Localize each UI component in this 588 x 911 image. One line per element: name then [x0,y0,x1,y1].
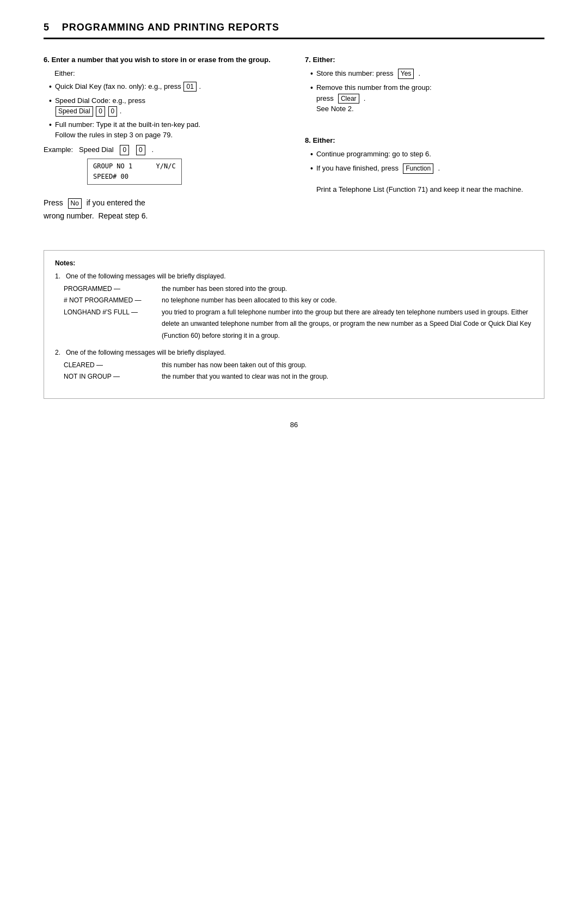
note-2-keys: CLEARED — NOT IN GROUP — [64,360,162,383]
right-column: 7. Either: • Store this number: press Ye… [305,56,544,234]
page-header: 5 PROGRAMMING AND PRINTING REPORTS [44,22,544,39]
key-yes: Yes [398,69,414,79]
step-6-bullet-1-text: Quick Dial Key (fax no. only): e.g., pre… [55,81,201,92]
key-0b: 0 [108,106,118,117]
note-2-values: this number has now been taken out of th… [162,360,533,383]
step-7-section: 7. Either: • Store this number: press Ye… [305,56,544,114]
bullet-icon-8a: • [310,149,313,160]
bullet-icon-7a: • [310,68,313,80]
step-6-label: 6. Enter a number that you wish to store… [44,56,271,64]
lcd-line-1: GROUP NO 1 Y/N/C [93,161,176,172]
step-7-remove-text: Remove this number from the group: press… [316,82,432,114]
key-0a: 0 [96,106,105,117]
note-2-key-2: NOT IN GROUP — [64,371,162,383]
bullet-icon-2: • [49,95,52,107]
note-2-table: CLEARED — NOT IN GROUP — this number has… [64,360,533,383]
step-7-bullet-1: • Store this number: press Yes . [310,68,544,80]
note-1-value-1: the number has been stored into the grou… [162,283,533,295]
step-8-finish-text: If you have finished, press Function . P… [316,163,523,195]
note-1-key-2: # NOT PROGRAMMED — [64,295,162,307]
lcd-line-2: SPEED# 00 [93,172,176,182]
key-speed-dial-label: Speed Dial [56,106,93,117]
press-no-line: Press No if you entered the wrong number… [44,197,283,223]
key-01: 01 [183,82,196,92]
note-2-value-2: the number that you wanted to clear was … [162,371,533,383]
note-1-text: One of the following messages will be br… [66,272,225,280]
page-number: 86 [44,421,544,429]
notes-box: Notes: 1. One of the following messages … [44,250,544,399]
key-clear: Clear [338,94,359,104]
example-line: Example: Speed Dial 0 0 . [44,145,283,155]
left-column: 6. Enter a number that you wish to store… [44,56,283,234]
page: 5 PROGRAMMING AND PRINTING REPORTS 6. En… [0,0,588,911]
step-6-bullet-3: • Full number: Type it at the built-in t… [49,119,283,141]
bullet-icon-8b: • [310,163,313,174]
note-1-key-1: PROGRAMMED — [64,283,162,295]
step-6-bullet-2: • Speed Dial Code: e.g., press Speed Dia… [49,95,283,117]
chapter-title: PROGRAMMING AND PRINTING REPORTS [62,22,279,33]
step-7-heading: 7. Either: [305,56,544,64]
note-2-number: 2. [55,349,64,356]
step-8-continue-text: Continue programming: go to step 6. [316,149,431,160]
step-6-section: 6. Enter a number that you wish to store… [44,56,283,223]
note-2-header: 2. One of the following messages will be… [55,349,533,356]
step-6-bullet-1: • Quick Dial Key (fax no. only): e.g., p… [49,81,283,93]
note-1-value-3: you tried to program a full telephone nu… [162,307,533,342]
note-2-text: One of the following messages will be br… [66,349,225,356]
note-2-key-1: CLEARED — [64,360,162,372]
bullet-icon-1: • [49,81,52,93]
step-8-section: 8. Either: • Continue programming: go to… [305,136,544,195]
note-1-key-3: LONGHAND #'S FULL — [64,307,162,319]
step-7-store-text: Store this number: press Yes . [316,68,420,79]
notes-title: Notes: [55,259,533,267]
step-7-bullet-2: • Remove this number from the group: pre… [310,82,544,114]
step-6-bullet-2-text: Speed Dial Code: e.g., press Speed Dial … [55,95,145,117]
bullet-icon-3: • [49,119,52,131]
step-8-bullet-1: • Continue programming: go to step 6. [310,149,544,160]
step-6-bullet-3-text: Full number: Type it at the built-in ten… [55,119,200,141]
note-1: 1. One of the following messages will be… [55,272,533,342]
chapter-number: 5 [44,22,49,33]
step-8-bullet-2: • If you have finished, press Function .… [310,163,544,195]
note-1-keys: PROGRAMMED — # NOT PROGRAMMED — LONGHAND… [64,283,162,342]
note-2-value-1: this number has now been taken out of th… [162,360,533,372]
note-1-number: 1. [55,272,64,280]
step-6-heading: 6. Enter a number that you wish to store… [44,56,283,64]
step-6-either: Either: [54,68,283,79]
key-no: No [68,198,82,209]
example-key-0a: 0 [120,145,129,155]
note-1-header: 1. One of the following messages will be… [55,272,533,280]
example-key-0b: 0 [136,145,145,155]
note-1-value-2: no telephone number has been allocated t… [162,295,533,307]
bullet-icon-7b: • [310,82,313,94]
main-content: 6. Enter a number that you wish to store… [44,56,544,234]
key-function: Function [403,163,433,174]
note-1-values: the number has been stored into the grou… [162,283,533,342]
step-8-heading: 8. Either: [305,136,544,144]
lcd-display: GROUP NO 1 Y/N/C SPEED# 00 [87,159,182,185]
note-1-table: PROGRAMMED — # NOT PROGRAMMED — LONGHAND… [64,283,533,342]
note-2: 2. One of the following messages will be… [55,349,533,383]
